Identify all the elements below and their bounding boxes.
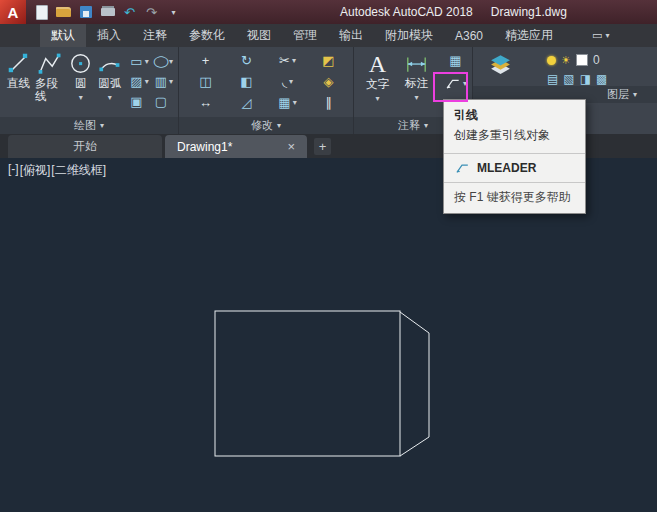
layer-tool-icon[interactable]: ▩ xyxy=(596,72,607,86)
circle-icon xyxy=(68,51,93,76)
current-layer-name: 0 xyxy=(593,53,600,67)
scale-button[interactable]: ◿ xyxy=(226,92,267,113)
tooltip-command-name: MLEADER xyxy=(477,161,536,175)
line-button[interactable]: 直线 xyxy=(4,49,33,90)
copy-button[interactable]: ◫ xyxy=(185,71,226,92)
mirror-icon: ◧ xyxy=(240,74,252,89)
circle-label: 圆 xyxy=(75,77,87,90)
draw-panel-title: 绘图 xyxy=(74,118,96,133)
ribbon-display-toggle[interactable]: ▭ ▾ xyxy=(592,24,609,47)
plot-button[interactable] xyxy=(97,2,118,22)
rectangle-button[interactable]: ▭▾ xyxy=(127,51,151,71)
new-file-button[interactable] xyxy=(31,2,52,22)
layer-tool-icon[interactable]: ◨ xyxy=(580,72,591,86)
layer-stack-icon xyxy=(488,52,513,77)
polyline-button[interactable]: 多段线 xyxy=(33,49,66,103)
undo-button[interactable]: ↶ xyxy=(119,2,140,22)
ribbon-tab-a360[interactable]: A360 xyxy=(444,24,494,47)
leader-button[interactable]: ▾ xyxy=(444,72,467,95)
ribbon-tab-parametric[interactable]: 参数化 xyxy=(178,24,236,47)
modify-panel: + ↻ ✂▾ ◩ ◫ ◧ ◟▾ ◈ ↔ ◿ ▦▾ ∥ 修改 ▾ xyxy=(179,47,354,134)
chevron-down-icon: ▾ xyxy=(414,91,418,104)
erase-icon: ◩ xyxy=(322,53,334,68)
ribbon-tab-addins[interactable]: 附加模块 xyxy=(374,24,444,47)
leader-tooltip: 引线 创建多重引线对象 MLEADER 按 F1 键获得更多帮助 xyxy=(443,99,586,214)
ribbon-tab-home[interactable]: 默认 xyxy=(40,24,86,47)
ellipse-button[interactable]: ◯▾ xyxy=(152,51,176,71)
explode-button[interactable]: ◈ xyxy=(308,71,349,92)
hatch-icon: ▨ xyxy=(130,74,142,89)
gradient-icon: ▥ xyxy=(155,74,167,89)
arc-button[interactable]: 圆弧 ▾ xyxy=(95,49,124,104)
ribbon-tab-annotate[interactable]: 注释 xyxy=(132,24,178,47)
close-icon[interactable]: × xyxy=(287,139,295,154)
file-tab-start[interactable]: 开始 xyxy=(8,135,162,158)
chevron-down-icon: ▾ xyxy=(100,121,104,130)
layer-tool-icon[interactable]: ▤ xyxy=(547,72,558,86)
array-button[interactable]: ▦▾ xyxy=(267,92,308,113)
boundary-button[interactable]: ▢ xyxy=(152,91,176,111)
table-button[interactable]: ▦ xyxy=(449,49,461,72)
fillet-icon: ◟ xyxy=(282,74,287,89)
chevron-down-icon: ▾ xyxy=(169,77,173,86)
tooltip-help-text: 按 F1 键获得更多帮助 xyxy=(444,182,585,213)
line-icon xyxy=(6,51,31,76)
chevron-down-icon: ▾ xyxy=(375,92,379,105)
text-label: 文字 xyxy=(366,78,389,91)
chevron-down-icon: ▾ xyxy=(424,121,428,130)
drawing-tab-label: Drawing1* xyxy=(177,140,232,154)
envelope-body-rectangle[interactable] xyxy=(215,311,400,456)
stretch-button[interactable]: ↔ xyxy=(185,92,226,113)
redo-button[interactable]: ↷ xyxy=(141,2,162,22)
fillet-button[interactable]: ◟▾ xyxy=(267,71,308,92)
rotate-icon: ↻ xyxy=(241,53,252,68)
application-menu-button[interactable]: A xyxy=(0,0,26,24)
chevron-down-icon: ▾ xyxy=(605,31,609,40)
dimension-button[interactable]: 标注 ▾ xyxy=(397,49,436,104)
layers-panel-title: 图层 xyxy=(607,87,629,102)
tooltip-description: 创建多重引线对象 xyxy=(444,125,585,153)
annotate-panel-title: 注释 xyxy=(398,118,420,133)
customize-quick-access-button[interactable]: ▾ xyxy=(163,2,184,22)
modify-panel-label[interactable]: 修改 ▾ xyxy=(179,117,353,134)
gradient-button[interactable]: ▥▾ xyxy=(152,71,176,91)
open-file-button[interactable] xyxy=(53,2,74,22)
open-folder-icon xyxy=(56,7,71,17)
text-icon: A xyxy=(369,51,386,77)
ribbon-tab-insert[interactable]: 插入 xyxy=(86,24,132,47)
file-tab-drawing1[interactable]: Drawing1* × xyxy=(165,135,307,158)
save-button[interactable] xyxy=(75,2,96,22)
boundary-icon: ▢ xyxy=(155,94,167,109)
layer-tool-icon[interactable]: ▧ xyxy=(563,72,574,86)
arc-label: 圆弧 xyxy=(98,77,121,90)
explode-icon: ◈ xyxy=(324,74,334,89)
draw-panel-extra-tools: ▭▾ ◯▾ ▨▾ ▥▾ ▣ ▢ xyxy=(127,51,176,111)
envelope-flap-outline[interactable] xyxy=(400,312,429,456)
layer-tools-row: ▤ ▧ ◨ ▩ xyxy=(547,72,607,86)
chevron-down-icon: ▾ xyxy=(108,91,112,104)
ribbon-tab-featured-apps[interactable]: 精选应用 xyxy=(494,24,564,47)
chevron-down-icon: ▾ xyxy=(289,77,293,86)
new-drawing-tab-button[interactable]: + xyxy=(314,138,331,155)
erase-button[interactable]: ◩ xyxy=(308,50,349,71)
layer-properties-button[interactable] xyxy=(479,50,521,86)
mirror-button[interactable]: ◧ xyxy=(226,71,267,92)
mleader-icon xyxy=(454,160,470,176)
scale-icon: ◿ xyxy=(242,95,252,110)
layer-dropdown[interactable]: ☀ 0 xyxy=(547,53,607,67)
hatch-button[interactable]: ▨▾ xyxy=(127,71,151,91)
ribbon-tab-manage[interactable]: 管理 xyxy=(282,24,328,47)
region-button[interactable]: ▣ xyxy=(127,91,151,111)
rotate-button[interactable]: ↻ xyxy=(226,50,267,71)
ribbon-tab-output[interactable]: 输出 xyxy=(328,24,374,47)
app-title-text: Autodesk AutoCAD 2018 xyxy=(340,5,473,19)
modify-tools-grid: + ↻ ✂▾ ◩ ◫ ◧ ◟▾ ◈ ↔ ◿ ▦▾ ∥ xyxy=(183,49,351,114)
move-button[interactable]: + xyxy=(185,50,226,71)
text-button[interactable]: A 文字 ▾ xyxy=(358,49,397,105)
chevron-down-icon: ▾ xyxy=(79,91,83,104)
trim-button[interactable]: ✂▾ xyxy=(267,50,308,71)
draw-panel-label[interactable]: 绘图 ▾ xyxy=(0,117,178,134)
offset-button[interactable]: ∥ xyxy=(308,92,349,113)
ribbon-tab-view[interactable]: 视图 xyxy=(236,24,282,47)
circle-button[interactable]: 圆 ▾ xyxy=(66,49,95,104)
